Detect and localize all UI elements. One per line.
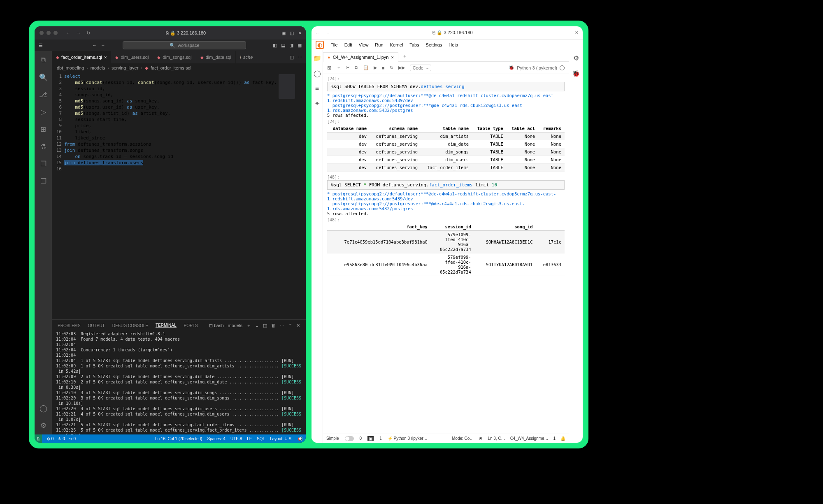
jt-back-icon[interactable]: ←: [316, 30, 320, 35]
save-icon[interactable]: 🖫: [327, 65, 332, 70]
jt-fwd-icon[interactable]: →: [326, 30, 330, 35]
status-warnings[interactable]: ⚠ 0: [58, 437, 65, 441]
window-close-dot[interactable]: [40, 31, 44, 35]
jt-bell-icon[interactable]: 🔔: [560, 436, 565, 441]
status-spaces[interactable]: Spaces: 4: [207, 437, 225, 441]
menu-run[interactable]: Run: [375, 42, 383, 47]
box-icon[interactable]: ❐: [38, 159, 48, 169]
run-icon[interactable]: ▷: [38, 107, 48, 117]
command-search[interactable]: 🔍workspace: [123, 41, 246, 49]
term-split-icon[interactable]: ◫: [263, 323, 267, 328]
git-icon[interactable]: ⎇: [38, 90, 48, 100]
toc-icon[interactable]: ≡: [315, 85, 319, 92]
panel-tab-terminal[interactable]: TERMINAL: [156, 323, 177, 328]
layout-bottom-icon[interactable]: ⬓: [281, 43, 285, 48]
shell-label[interactable]: ⊡ bash - models: [209, 323, 242, 328]
tab-close-icon[interactable]: ×: [104, 55, 107, 60]
flask-icon[interactable]: ⚗: [38, 142, 48, 151]
close-icon[interactable]: ✕: [298, 30, 302, 36]
tab-schema[interactable]: !sche: [236, 51, 257, 63]
gear-icon[interactable]: ⚙: [573, 54, 579, 62]
menu-help[interactable]: Help: [449, 42, 458, 47]
toolbox-icon[interactable]: ▣: [281, 30, 286, 36]
restart-icon[interactable]: ↻: [390, 65, 393, 70]
add-icon[interactable]: ＋: [337, 65, 341, 71]
menu-kernel[interactable]: Kernel: [390, 42, 403, 47]
search-icon[interactable]: 🔍: [38, 72, 48, 82]
extensions-icon[interactable]: ⊞: [38, 124, 48, 134]
layout-right-icon[interactable]: ◨: [289, 43, 293, 48]
status-lang[interactable]: SQL: [257, 437, 265, 441]
jt-t1[interactable]: 1: [379, 436, 382, 441]
menu-settings[interactable]: Settings: [426, 42, 442, 47]
gear-icon[interactable]: ⚙: [38, 420, 48, 430]
panel-tab-ports[interactable]: PORTS: [184, 323, 198, 328]
term-add-icon[interactable]: ＋: [246, 323, 251, 329]
status-errors[interactable]: ⊘ 0: [47, 437, 53, 441]
term-more-icon[interactable]: ⋯: [280, 323, 284, 328]
split-editor-icon[interactable]: ◫: [290, 55, 294, 60]
tab-dim-date[interactable]: ◆dim_date.sql: [196, 51, 236, 63]
jupyter-logo-icon[interactable]: ◐: [316, 41, 324, 49]
nav-fwd-icon[interactable]: →: [76, 30, 81, 36]
window-min-dot[interactable]: [46, 31, 51, 35]
tab-fact-order-items[interactable]: ◆fact_order_items.sql×: [52, 51, 111, 63]
run-all-icon[interactable]: ▶▶: [398, 65, 405, 70]
panel-tab-debug[interactable]: DEBUG CONSOLE: [112, 323, 148, 328]
simple-toggle[interactable]: [345, 436, 354, 441]
window-max-dot[interactable]: [53, 31, 58, 35]
layout-left-icon[interactable]: ◧: [273, 43, 277, 48]
kernel-status-icon[interactable]: [560, 65, 565, 70]
box2-icon[interactable]: ❒: [38, 176, 48, 186]
term-close-icon[interactable]: ✕: [296, 323, 300, 328]
nav-back-icon[interactable]: ←: [66, 30, 70, 36]
copy-icon[interactable]: ⧉: [355, 65, 358, 70]
explorer-icon[interactable]: ⧉: [38, 55, 48, 65]
split-icon[interactable]: ◫: [290, 30, 294, 36]
status-ports[interactable]: ↪ 0: [69, 437, 76, 441]
folder-icon[interactable]: 📁: [313, 54, 321, 62]
breadcrumb[interactable]: dbt_modeling› models› serving_layer› ◆fa…: [52, 63, 306, 72]
cell-type-select[interactable]: Code: [410, 65, 431, 71]
layout-panel-icon[interactable]: ▦: [298, 43, 302, 48]
bug-icon[interactable]: 🐞: [509, 65, 514, 70]
menu-view[interactable]: View: [359, 42, 369, 47]
status-bell-icon[interactable]: 📢: [298, 437, 302, 441]
jt-term0[interactable]: 0: [360, 436, 362, 441]
jt-kernel-status[interactable]: ⚡ Python 3 (ipyker…: [388, 436, 428, 441]
menu-file[interactable]: File: [330, 42, 338, 47]
status-enc[interactable]: UTF-8: [230, 437, 242, 441]
jt-ln[interactable]: Ln 3, C…: [488, 436, 505, 441]
remote-indicator[interactable]: ⎘: [35, 434, 42, 443]
jt-shield-icon[interactable]: ⛨: [479, 436, 483, 441]
cell-input[interactable]: %sql SHOW TABLES FROM SCHEMA dev.deftune…: [327, 82, 565, 91]
tab-dim-songs[interactable]: ◆dim_songs.sql: [153, 51, 196, 63]
nb-tab[interactable]: ●C4_W4_Assignment_1.ipyn×: [323, 52, 398, 62]
status-eol[interactable]: LF: [247, 437, 252, 441]
jt-close-icon[interactable]: ✕: [575, 30, 579, 35]
running-icon[interactable]: ◯: [314, 70, 321, 77]
cut-icon[interactable]: ✂: [346, 65, 350, 70]
nav-reload-icon[interactable]: ↻: [86, 30, 90, 36]
term-dropdown-icon[interactable]: ⌄: [255, 323, 259, 328]
term-max-icon[interactable]: ⌃: [288, 323, 292, 328]
jt-term-icon[interactable]: ▣: [367, 436, 374, 441]
kernel-name[interactable]: Python 3 (ipykernel): [517, 65, 557, 70]
notebook-body[interactable]: [24]: %sql SHOW TABLES FROM SCHEMA dev.d…: [323, 74, 569, 434]
terminal[interactable]: 11:02:03 Registered adapter: redshift=1.…: [52, 331, 306, 434]
status-pos[interactable]: Ln 16, Col 1 (70 selected): [155, 437, 202, 441]
panel-tab-output[interactable]: OUTPUT: [88, 323, 105, 328]
tab-close-icon[interactable]: ×: [391, 55, 393, 60]
nb-tab-add-icon[interactable]: ＋: [398, 51, 411, 61]
paste-icon[interactable]: 📋: [363, 65, 369, 70]
run-cell-icon[interactable]: ▶: [374, 65, 377, 70]
bug-icon[interactable]: 🐞: [572, 70, 580, 77]
hist-fwd-icon[interactable]: →: [97, 43, 109, 48]
cell-input[interactable]: %sql SELECT * FROM deftunes_serving.fact…: [327, 180, 565, 190]
tab-dim-users[interactable]: ◆dim_users.sql: [111, 51, 153, 63]
menu-tabs[interactable]: Tabs: [409, 42, 419, 47]
term-trash-icon[interactable]: 🗑: [271, 323, 276, 328]
minimap[interactable]: [277, 72, 297, 319]
panel-tab-problems[interactable]: PROBLEMS: [58, 323, 81, 328]
code-editor[interactable]: 12345678910111213141516 select md5(conca…: [52, 72, 306, 319]
